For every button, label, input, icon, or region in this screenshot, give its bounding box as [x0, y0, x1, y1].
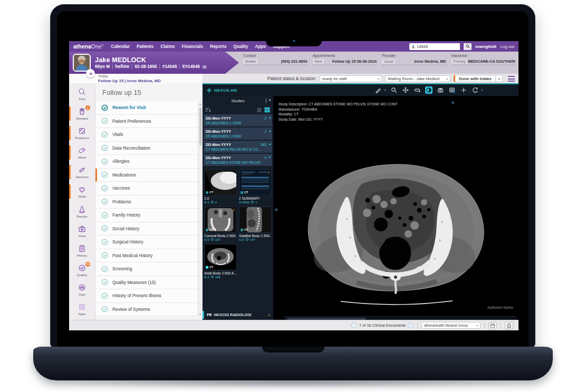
- username[interactable]: mwright26: [475, 44, 496, 49]
- chevron-down-icon[interactable]: [268, 156, 271, 158]
- next-document-button[interactable]: ›: [408, 322, 414, 328]
- thumbnail-image[interactable]: CT: [239, 207, 272, 233]
- tool-zoom-icon[interactable]: [390, 86, 398, 94]
- sidebar-item-results[interactable]: Results: [69, 201, 95, 221]
- checklist-item-data-reconciliation[interactable]: Data Reconciliation: [95, 142, 198, 155]
- series-thumbnail-2-0[interactable]: CT 2.0 S-12: [204, 169, 237, 204]
- athenaone-logo[interactable]: athenaOne®: [73, 43, 103, 50]
- study-row[interactable]: DD-Mon-YYYY CT ABDOMEN PELVIS WO IV CO..…: [204, 141, 272, 153]
- checklist-item-vaccines[interactable]: Vaccines: [95, 182, 198, 195]
- chevron-left-icon[interactable]: [269, 130, 271, 132]
- tool-layout-icon[interactable]: [448, 86, 456, 94]
- info-row[interactable]: Usual Irene Medina, MD: [382, 59, 446, 65]
- sidebar-item-meds[interactable]: Meds: [69, 143, 95, 162]
- tool-crosshair-icon[interactable]: [460, 86, 467, 94]
- checklist-item-past-medical-history[interactable]: Past Medical History: [95, 249, 198, 263]
- thumbnail-image[interactable]: CT: [204, 169, 237, 195]
- tool-annotate-icon[interactable]: [374, 86, 382, 94]
- apps-icon: [78, 302, 87, 311]
- logout-link[interactable]: Log out: [500, 44, 514, 49]
- hscrollbar-handle[interactable]: [287, 318, 366, 320]
- checklist-item-screening[interactable]: Screening: [95, 262, 198, 276]
- sidebar-item-find[interactable]: Find: [69, 84, 95, 104]
- tool-reset-caret[interactable]: [481, 90, 483, 91]
- study-row[interactable]: DD-Mon-YYYY XR ABDOMEN 1 VIEW 2: [204, 114, 272, 126]
- scrollbar-handle[interactable]: [199, 107, 201, 145]
- sidebar-item-visits[interactable]: Visits: [69, 221, 95, 241]
- checklist-item-allergies[interactable]: Allergies: [95, 155, 198, 169]
- checklist-item-patient-preferences[interactable]: Patient Preferences: [95, 115, 198, 129]
- patient-search-input[interactable]: 14545: [409, 43, 460, 50]
- patient-docs-icon[interactable]: ▤: [203, 64, 207, 69]
- search-button[interactable]: [464, 43, 472, 50]
- dicom-viewport[interactable]: Study Description: CT ABDOMEN STONE WO P…: [273, 96, 518, 320]
- checklist-item-social-history[interactable]: Social History: [95, 222, 198, 236]
- grid-view-icon[interactable]: [264, 107, 271, 113]
- chevron-left-icon[interactable]: [269, 143, 271, 145]
- checklist-item-vitals[interactable]: Vitals: [95, 128, 198, 142]
- done-with-intake-caret[interactable]: ▾: [496, 75, 503, 82]
- viewport-hscrollbar[interactable]: [284, 316, 516, 320]
- sidebar-item-quality[interactable]: Quality15: [69, 260, 95, 280]
- chevron-left-icon[interactable]: [269, 117, 271, 119]
- tool-annotate-caret[interactable]: [384, 90, 386, 91]
- scroll-down-icon[interactable]: ▼: [198, 313, 202, 316]
- calendar-icon[interactable]: [488, 322, 497, 329]
- list-view-icon[interactable]: [257, 108, 262, 112]
- print-icon[interactable]: [505, 322, 513, 329]
- presentation-state-row[interactable]: PR HKOC03 RADIOLOGI ⚠: [203, 311, 273, 319]
- encounter-link[interactable]: Follow Up 15 | Irene Medina, MD: [98, 79, 203, 83]
- collapse-panel-icon[interactable]: [266, 99, 271, 103]
- series-thumbnail-sagittal-body-2-500-[interactable]: CT Sagittal Body 2.500... S-6147: [239, 207, 272, 241]
- intake-chevron-badge[interactable]: »: [86, 69, 95, 78]
- series-thumbnail-axial-body-2-500-a-[interactable]: CT Axial Body 2.500 A... S-4198: [204, 244, 237, 279]
- sidebar-item-vaccines[interactable]: Vaccines: [69, 162, 95, 182]
- sidebar-item-care[interactable]: Care: [69, 280, 95, 299]
- scroll-up-icon[interactable]: ▲: [198, 103, 202, 105]
- checklist-item-family-history[interactable]: Family History: [95, 209, 198, 222]
- nav-calendar[interactable]: Calendar: [111, 44, 130, 49]
- nav-quality[interactable]: Quality: [233, 44, 248, 49]
- checklist-item-review-of-systems[interactable]: Review of Systems: [95, 303, 198, 317]
- menu-icon[interactable]: [508, 76, 515, 82]
- sidebar-item-allergies[interactable]: Allergies2: [69, 104, 95, 123]
- checklist-item-medications[interactable]: Medications: [95, 169, 198, 182]
- tool-pan-icon[interactable]: [402, 86, 409, 94]
- thumbnail-image[interactable]: CT: [204, 244, 237, 270]
- tool-reset-icon[interactable]: [472, 86, 479, 94]
- series-thumbnail-2-summary[interactable]: ⚠ CT 2 SUMMARY S-90001: [239, 169, 272, 204]
- checklist-item-problems[interactable]: Problems: [95, 195, 198, 209]
- nav-apps[interactable]: Apps: [255, 44, 266, 49]
- checklist-item-surgical-history[interactable]: Surgical History: [95, 236, 198, 249]
- sidebar-item-history[interactable]: History: [69, 241, 95, 260]
- done-with-intake-button[interactable]: Done with Intake: [454, 75, 496, 82]
- nav-claims[interactable]: Claims: [160, 44, 175, 49]
- sidebar-item-vitals[interactable]: Vitals: [69, 182, 95, 201]
- prev-document-button[interactable]: ‹: [351, 322, 357, 328]
- series-thumbnail-coronal-body-2-500-[interactable]: ⚠ CT Coronal Body 2.500... S-5107: [204, 207, 237, 241]
- filter-icon[interactable]: [205, 107, 211, 112]
- study-row[interactable]: DD-Mon-YYYY XR ABDOMEN 1 VIEW 2: [204, 128, 272, 140]
- checklist-item-reason-for-visit[interactable]: Reason for Visit: [95, 101, 198, 115]
- tool-capture-icon[interactable]: [437, 86, 444, 94]
- patient-location-select[interactable]: Waiting Room - Jake Medlocl▾: [385, 75, 450, 82]
- info-row[interactable]: Mobile (909) 231-9854: [243, 59, 308, 65]
- nav-financials[interactable]: Financials: [181, 44, 203, 49]
- check-circle-icon: [101, 279, 108, 286]
- organization-select[interactable]: athenahealth Medical Group▾: [421, 322, 481, 329]
- checklist-item-history-of-present-illness[interactable]: History of Present Illness: [95, 289, 198, 303]
- checklist-scrollbar[interactable]: ▲ ▼: [198, 102, 202, 316]
- nav-reports[interactable]: Reports: [210, 44, 226, 49]
- study-row[interactable]: DD-Mon-YYYY CT ABDOMEN STONE WO PELVIS .…: [204, 154, 272, 166]
- info-row[interactable]: Next Follow Up 15 06-06-2024: [313, 59, 377, 65]
- tool-rotate-icon[interactable]: [414, 86, 421, 94]
- thumbnail-image[interactable]: ⚠ CT: [239, 169, 272, 195]
- patient-status-select[interactable]: ready for staff▾: [320, 75, 382, 82]
- thumbnail-image[interactable]: ⚠ CT: [204, 207, 237, 233]
- sidebar-item-problems[interactable]: Problems: [69, 123, 95, 143]
- tool-window-level-icon[interactable]: [425, 86, 433, 94]
- checklist-item-quality-measures-15-[interactable]: Quality Measures (15): [95, 276, 198, 290]
- nav-patients[interactable]: Patients: [137, 44, 153, 49]
- info-row[interactable]: Primary MEDICARE-CA SOUTHERN (...: [451, 59, 516, 65]
- sidebar-item-apps[interactable]: Apps: [69, 299, 95, 319]
